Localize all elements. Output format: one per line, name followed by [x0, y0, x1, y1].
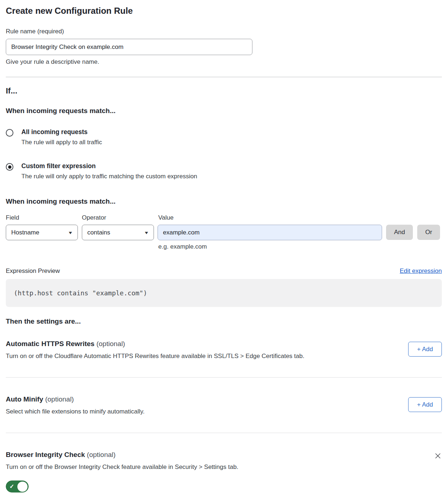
- page-title: Create new Configuration Rule: [6, 6, 442, 16]
- setting-description: Select which file extensions to minify a…: [6, 408, 145, 415]
- rule-name-helper: Give your rule a descriptive name.: [6, 58, 442, 66]
- field-select[interactable]: Hostname ▼: [6, 225, 78, 240]
- or-button[interactable]: Or: [417, 225, 440, 240]
- add-auto-minify-button[interactable]: + Add: [408, 397, 442, 412]
- setting-optional-tag: (optional): [87, 451, 116, 458]
- field-selected-value: Hostname: [11, 229, 39, 236]
- rule-name-label: Rule name (required): [6, 28, 442, 35]
- checkmark-icon: ✓: [9, 483, 14, 490]
- expression-preview-label: Expression Preview: [6, 267, 60, 275]
- setting-title: Browser Integrity Check: [6, 451, 85, 458]
- setting-auto-minify: Auto Minify (optional) Select which file…: [6, 395, 442, 415]
- setting-automatic-https-rewrites: Automatic HTTPS Rewrites (optional) Turn…: [6, 340, 442, 360]
- value-label: Value: [158, 214, 442, 221]
- radio-option-description: The rule will only apply to traffic matc…: [21, 173, 197, 180]
- if-heading: If...: [6, 86, 442, 96]
- setting-optional-tag: (optional): [45, 395, 74, 403]
- radio-option-label: All incoming requests: [21, 128, 102, 136]
- radio-option-label: Custom filter expression: [21, 162, 197, 170]
- browser-integrity-check-toggle[interactable]: ✓: [6, 481, 29, 492]
- and-button[interactable]: And: [386, 225, 413, 240]
- toggle-knob: [17, 482, 28, 492]
- setting-description: Turn on or off the Cloudflare Automatic …: [6, 353, 304, 360]
- setting-description: Turn on or off the Browser Integrity Che…: [6, 463, 238, 471]
- value-helper: e.g. example.com: [158, 243, 442, 250]
- match-heading: When incoming requests match...: [6, 107, 442, 115]
- rule-name-input[interactable]: [6, 39, 252, 55]
- then-settings-heading: Then the settings are...: [6, 317, 442, 325]
- chevron-down-icon: ▼: [68, 230, 73, 235]
- setting-browser-integrity-check: Browser Integrity Check (optional) Turn …: [6, 451, 442, 494]
- section-divider: [6, 77, 442, 77]
- expression-preview-code: (http.host contains "example.com"): [6, 279, 442, 307]
- radio-option-description: The rule will apply to all traffic: [21, 139, 102, 146]
- add-automatic-https-rewrites-button[interactable]: + Add: [408, 342, 442, 357]
- radio-option-all-incoming-requests[interactable]: All incoming requests The rule will appl…: [6, 128, 442, 146]
- close-icon[interactable]: [434, 452, 442, 460]
- setting-divider: [6, 377, 442, 378]
- edit-expression-link[interactable]: Edit expression: [400, 267, 442, 275]
- radio-option-custom-filter-expression[interactable]: Custom filter expression The rule will o…: [6, 162, 442, 180]
- setting-divider: [6, 433, 442, 433]
- expression-builder: When incoming requests match... Field Op…: [6, 197, 442, 250]
- setting-optional-tag: (optional): [96, 340, 125, 348]
- operator-label: Operator: [82, 214, 158, 221]
- operator-selected-value: contains: [87, 229, 110, 236]
- setting-title: Auto Minify: [6, 395, 43, 403]
- create-configuration-rule-form: Create new Configuration Rule Rule name …: [0, 0, 448, 499]
- operator-select[interactable]: contains ▼: [82, 225, 154, 240]
- value-input[interactable]: [158, 225, 382, 240]
- field-label: Field: [6, 214, 82, 221]
- radio-button-icon[interactable]: [6, 163, 13, 171]
- setting-title: Automatic HTTPS Rewrites: [6, 340, 95, 348]
- expression-builder-heading: When incoming requests match...: [6, 197, 442, 205]
- radio-button-icon[interactable]: [6, 129, 13, 137]
- chevron-down-icon: ▼: [144, 230, 149, 235]
